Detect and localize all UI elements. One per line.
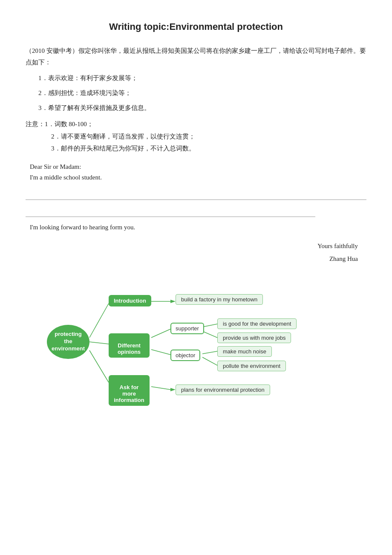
note-line-2: 2．请不要逐句翻译，可适当发挥，以使行文连贯； — [51, 130, 366, 143]
make-noise-node: make much noise — [217, 346, 272, 357]
svg-marker-12 — [170, 388, 176, 391]
svg-line-6 — [202, 331, 217, 338]
different-opinions-node: Different opinions — [109, 333, 150, 358]
note-line-3: 3．邮件的开头和结尾已为你写好，不计入总词数。 — [51, 142, 366, 155]
mindmap: protecting the environment Introduction … — [38, 278, 371, 414]
signature-line1: Yours faithfully — [26, 240, 358, 252]
intro-paragraph: （2010 安徽中考）假定你叫张华，最近从报纸上得知美国某公司将在你的家乡建一座… — [26, 45, 366, 68]
build-factory-node: build a factory in my hometown — [176, 294, 263, 305]
central-node: protecting the environment — [47, 325, 89, 359]
letter-section: Dear Sir or Madam: I'm a middle school s… — [26, 163, 366, 265]
svg-line-11 — [151, 387, 170, 390]
svg-line-0 — [89, 304, 109, 338]
signature-line2: Zhang Hua — [26, 252, 358, 265]
svg-line-8 — [202, 351, 217, 354]
pollute-node: pollute the environment — [217, 361, 286, 371]
note-section: 注意：1．词数 80-100； 2．请不要逐句翻译，可适当发挥，以使行文连贯； … — [26, 118, 366, 155]
svg-line-5 — [202, 324, 217, 327]
svg-line-7 — [151, 350, 170, 355]
page-title: Writing topic:Environmental protection — [26, 21, 366, 32]
note-line-1: 注意：1．词数 80-100； — [26, 118, 366, 130]
list-item-3: 3．希望了解有关环保措施及更多信息。 — [38, 102, 366, 114]
svg-marker-2 — [170, 300, 176, 303]
is-good-node: is good for the development — [217, 318, 297, 329]
ask-more-node: Ask for more information — [109, 375, 150, 406]
numbered-list: 1．表示欢迎：有利于家乡发展等； 2．感到担忧：造成环境污染等； 3．希望了解有… — [38, 72, 366, 114]
list-item-2: 2．感到担忧：造成环境污染等； — [38, 87, 366, 99]
letter-signature: Yours faithfully Zhang Hua — [26, 240, 358, 265]
svg-line-10 — [89, 350, 109, 382]
introduction-node: Introduction — [109, 295, 151, 306]
letter-line-1 — [26, 190, 366, 200]
objector-node: objector — [170, 350, 200, 361]
supporter-node: supporter — [170, 323, 204, 334]
letter-greeting: Dear Sir or Madam: — [30, 163, 366, 171]
svg-line-9 — [202, 357, 217, 365]
svg-line-4 — [151, 329, 170, 338]
list-item-1: 1．表示欢迎：有利于家乡发展等； — [38, 72, 366, 84]
provide-jobs-node: provide us with more jobs — [217, 332, 291, 343]
letter-opening: I'm a middle school student. — [30, 174, 366, 181]
letter-closing: I'm looking forward to hearing form you. — [30, 224, 366, 231]
svg-line-3 — [89, 342, 109, 344]
plans-node: plans for environmental protection — [176, 384, 270, 395]
letter-line-2 — [26, 207, 315, 217]
